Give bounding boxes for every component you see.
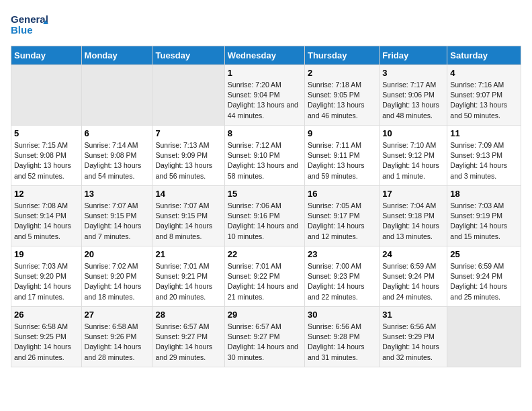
calendar-cell: 28Sunrise: 6:57 AMSunset: 9:27 PMDayligh…: [152, 307, 224, 367]
day-number: 7: [155, 128, 221, 138]
calendar-cell: [152, 65, 224, 126]
cell-info: Sunrise: 7:12 AMSunset: 9:10 PMDaylight:…: [228, 140, 302, 181]
cell-info: Sunrise: 7:14 AMSunset: 9:08 PMDaylight:…: [85, 140, 150, 181]
cell-info: Sunrise: 6:56 AMSunset: 9:29 PMDaylight:…: [382, 322, 444, 363]
day-number: 12: [14, 189, 79, 199]
cell-info: Sunrise: 7:09 AMSunset: 9:13 PMDaylight:…: [450, 140, 518, 181]
calendar-table: SundayMondayTuesdayWednesdayThursdayFrid…: [11, 46, 521, 367]
calendar-cell: 3Sunrise: 7:17 AMSunset: 9:06 PMDaylight…: [380, 65, 447, 126]
day-number: 14: [155, 189, 221, 199]
day-number: 26: [14, 310, 79, 320]
calendar-cell: 26Sunrise: 6:58 AMSunset: 9:25 PMDayligh…: [11, 307, 82, 367]
cell-info: Sunrise: 7:13 AMSunset: 9:09 PMDaylight:…: [155, 140, 221, 181]
cell-info: Sunrise: 6:56 AMSunset: 9:28 PMDaylight:…: [308, 322, 376, 363]
day-number: 29: [228, 310, 302, 320]
cell-info: Sunrise: 6:57 AMSunset: 9:27 PMDaylight:…: [228, 322, 302, 363]
logo: GeneralBlue: [11, 11, 61, 38]
day-number: 23: [308, 249, 376, 259]
cell-info: Sunrise: 6:57 AMSunset: 9:27 PMDaylight:…: [155, 322, 221, 363]
cell-info: Sunrise: 7:11 AMSunset: 9:11 PMDaylight:…: [308, 140, 376, 181]
day-number: 27: [85, 310, 150, 320]
cell-info: Sunrise: 7:06 AMSunset: 9:16 PMDaylight:…: [228, 201, 302, 242]
header-thursday: Thursday: [304, 46, 379, 65]
calendar-cell: 13Sunrise: 7:07 AMSunset: 9:15 PMDayligh…: [81, 186, 152, 246]
week-row-2: 5Sunrise: 7:15 AMSunset: 9:08 PMDaylight…: [11, 126, 521, 186]
cell-info: Sunrise: 7:02 AMSunset: 9:20 PMDaylight:…: [85, 261, 150, 302]
calendar-cell: [81, 65, 152, 126]
calendar-cell: 19Sunrise: 7:03 AMSunset: 9:20 PMDayligh…: [11, 246, 82, 307]
day-number: 28: [155, 310, 221, 320]
day-number: 2: [308, 68, 376, 78]
day-number: 22: [228, 249, 302, 259]
header-monday: Monday: [81, 46, 152, 65]
day-number: 4: [450, 68, 518, 78]
calendar-cell: 17Sunrise: 7:04 AMSunset: 9:18 PMDayligh…: [380, 186, 447, 246]
cell-info: Sunrise: 7:01 AMSunset: 9:22 PMDaylight:…: [228, 261, 302, 302]
calendar-cell: 12Sunrise: 7:08 AMSunset: 9:14 PMDayligh…: [11, 186, 82, 246]
calendar-cell: 23Sunrise: 7:00 AMSunset: 9:23 PMDayligh…: [304, 246, 379, 307]
calendar-cell: 9Sunrise: 7:11 AMSunset: 9:11 PMDaylight…: [304, 126, 379, 186]
cell-info: Sunrise: 7:07 AMSunset: 9:15 PMDaylight:…: [85, 201, 150, 242]
calendar-cell: 16Sunrise: 7:05 AMSunset: 9:17 PMDayligh…: [304, 186, 379, 246]
cell-info: Sunrise: 6:59 AMSunset: 9:24 PMDaylight:…: [450, 261, 518, 302]
week-row-4: 19Sunrise: 7:03 AMSunset: 9:20 PMDayligh…: [11, 246, 521, 307]
day-number: 9: [308, 128, 376, 138]
cell-info: Sunrise: 7:03 AMSunset: 9:19 PMDaylight:…: [450, 201, 518, 242]
day-number: 10: [382, 128, 444, 138]
days-header-row: SundayMondayTuesdayWednesdayThursdayFrid…: [11, 46, 521, 65]
calendar-cell: 18Sunrise: 7:03 AMSunset: 9:19 PMDayligh…: [447, 186, 521, 246]
day-number: 15: [228, 189, 302, 199]
day-number: 3: [382, 68, 444, 78]
calendar-cell: 4Sunrise: 7:16 AMSunset: 9:07 PMDaylight…: [447, 65, 521, 126]
calendar-cell: 29Sunrise: 6:57 AMSunset: 9:27 PMDayligh…: [224, 307, 304, 367]
calendar-cell: 5Sunrise: 7:15 AMSunset: 9:08 PMDaylight…: [11, 126, 82, 186]
day-number: 31: [382, 310, 444, 320]
day-number: 30: [308, 310, 376, 320]
week-row-1: 1Sunrise: 7:20 AMSunset: 9:04 PMDaylight…: [11, 65, 521, 126]
calendar-cell: 21Sunrise: 7:01 AMSunset: 9:21 PMDayligh…: [152, 246, 224, 307]
calendar-cell: 30Sunrise: 6:56 AMSunset: 9:28 PMDayligh…: [304, 307, 379, 367]
cell-info: Sunrise: 6:59 AMSunset: 9:24 PMDaylight:…: [382, 261, 444, 302]
day-number: 11: [450, 128, 518, 138]
cell-info: Sunrise: 6:58 AMSunset: 9:26 PMDaylight:…: [85, 322, 150, 363]
header-tuesday: Tuesday: [152, 46, 224, 65]
calendar-cell: 22Sunrise: 7:01 AMSunset: 9:22 PMDayligh…: [224, 246, 304, 307]
calendar-cell: 1Sunrise: 7:20 AMSunset: 9:04 PMDaylight…: [224, 65, 304, 126]
cell-info: Sunrise: 7:17 AMSunset: 9:06 PMDaylight:…: [382, 80, 444, 121]
cell-info: Sunrise: 7:10 AMSunset: 9:12 PMDaylight:…: [382, 140, 444, 181]
calendar-cell: 2Sunrise: 7:18 AMSunset: 9:05 PMDaylight…: [304, 65, 379, 126]
calendar-cell: 7Sunrise: 7:13 AMSunset: 9:09 PMDaylight…: [152, 126, 224, 186]
svg-text:Blue: Blue: [11, 24, 33, 36]
day-number: 13: [85, 189, 150, 199]
header-wednesday: Wednesday: [224, 46, 304, 65]
calendar-cell: 10Sunrise: 7:10 AMSunset: 9:12 PMDayligh…: [380, 126, 447, 186]
day-number: 19: [14, 249, 79, 259]
calendar-cell: 15Sunrise: 7:06 AMSunset: 9:16 PMDayligh…: [224, 186, 304, 246]
svg-text:General: General: [11, 13, 48, 25]
header-friday: Friday: [380, 46, 447, 65]
day-number: 20: [85, 249, 150, 259]
logo-svg: GeneralBlue: [11, 11, 61, 38]
cell-info: Sunrise: 7:16 AMSunset: 9:07 PMDaylight:…: [450, 80, 518, 121]
day-number: 18: [450, 189, 518, 199]
week-row-3: 12Sunrise: 7:08 AMSunset: 9:14 PMDayligh…: [11, 186, 521, 246]
day-number: 25: [450, 249, 518, 259]
header-sunday: Sunday: [11, 46, 82, 65]
cell-info: Sunrise: 7:20 AMSunset: 9:04 PMDaylight:…: [228, 80, 302, 121]
cell-info: Sunrise: 7:03 AMSunset: 9:20 PMDaylight:…: [14, 261, 79, 302]
calendar-cell: 6Sunrise: 7:14 AMSunset: 9:08 PMDaylight…: [81, 126, 152, 186]
cell-info: Sunrise: 7:15 AMSunset: 9:08 PMDaylight:…: [14, 140, 79, 181]
calendar-cell: 27Sunrise: 6:58 AMSunset: 9:26 PMDayligh…: [81, 307, 152, 367]
cell-info: Sunrise: 6:58 AMSunset: 9:25 PMDaylight:…: [14, 322, 79, 363]
cell-info: Sunrise: 7:04 AMSunset: 9:18 PMDaylight:…: [382, 201, 444, 242]
calendar-cell: 8Sunrise: 7:12 AMSunset: 9:10 PMDaylight…: [224, 126, 304, 186]
cell-info: Sunrise: 7:08 AMSunset: 9:14 PMDaylight:…: [14, 201, 79, 242]
day-number: 21: [155, 249, 221, 259]
day-number: 1: [228, 68, 302, 78]
day-number: 16: [308, 189, 376, 199]
calendar-cell: 14Sunrise: 7:07 AMSunset: 9:15 PMDayligh…: [152, 186, 224, 246]
calendar-cell: 31Sunrise: 6:56 AMSunset: 9:29 PMDayligh…: [380, 307, 447, 367]
calendar-cell: [447, 307, 521, 367]
calendar-cell: 25Sunrise: 6:59 AMSunset: 9:24 PMDayligh…: [447, 246, 521, 307]
calendar-cell: 24Sunrise: 6:59 AMSunset: 9:24 PMDayligh…: [380, 246, 447, 307]
